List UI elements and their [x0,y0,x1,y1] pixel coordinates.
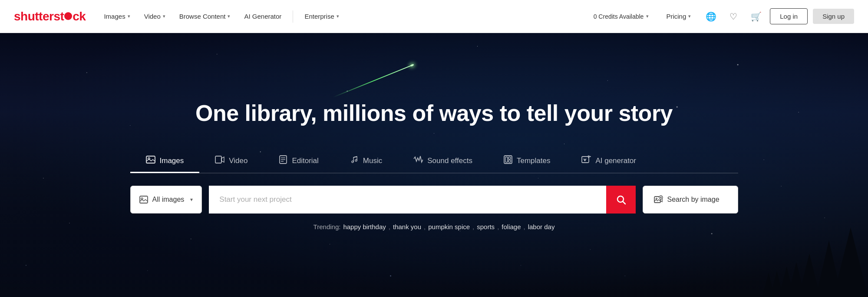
trending-item-4[interactable]: foliage [502,223,521,230]
chevron-down-icon: ▾ [337,13,339,19]
nav-label-enterprise: Enterprise [304,13,334,20]
svg-rect-10 [508,157,511,159]
chevron-down-icon: ▾ [688,13,691,19]
trending-section: Trending: happy birthday , thank you , p… [314,223,555,230]
trending-separator: , [424,223,426,230]
nav-item-enterprise[interactable]: Enterprise ▾ [298,9,345,23]
nav-item-ai-generator[interactable]: AI Generator [238,9,287,23]
credits-button[interactable]: 0 Credits Available ▾ [587,10,655,23]
hero-title: One library, millions of ways to tell yo… [195,100,673,127]
tab-images-label: Images [160,157,184,165]
language-button[interactable]: 🌐 [702,8,719,25]
templates-tab-icon [504,155,512,166]
chevron-down-icon: ▾ [163,13,165,19]
cart-button[interactable]: 🛒 [747,8,765,25]
primary-nav: Images ▾ Video ▾ Browse Content ▾ AI Gen… [98,9,587,23]
music-tab-icon [350,155,359,166]
chevron-down-icon: ▾ [646,13,649,19]
search-bar: All images ▾ [130,186,738,214]
tab-editorial-label: Editorial [292,157,318,165]
nav-divider [293,10,293,23]
trending-label: Trending: [314,223,341,230]
nav-right: 0 Credits Available ▾ Pricing ▾ 🌐 ♡ 🛒 Lo… [587,8,854,25]
search-input-group [209,186,635,214]
trending-item-3[interactable]: sports [477,223,495,230]
nav-item-browse-content[interactable]: Browse Content ▾ [173,9,237,23]
heart-icon: ♡ [729,11,737,22]
chevron-down-icon: ▾ [128,13,130,19]
search-submit-button[interactable] [606,186,636,214]
search-by-image-button[interactable]: Search by image [643,186,738,214]
tab-video[interactable]: Video [199,150,263,173]
tab-editorial[interactable]: Editorial [263,149,334,174]
sound-effects-tab-icon [413,155,423,166]
pricing-label: Pricing [666,13,686,20]
cart-icon: 🛒 [751,11,762,22]
svg-point-19 [656,198,657,200]
ai-generator-tab-icon [581,155,591,166]
hero-section: One library, millions of ways to tell yo… [0,33,868,297]
video-tab-icon [215,156,224,166]
tab-ai-generator[interactable]: AI generator [566,149,652,174]
svg-line-17 [623,202,625,204]
favorites-button[interactable]: ♡ [725,8,742,25]
navbar: shutterstck Images ▾ Video ▾ Browse Cont… [0,0,868,33]
svg-rect-14 [140,196,148,203]
nav-item-video[interactable]: Video ▾ [138,9,172,23]
nav-label-images: Images [104,13,125,20]
trending-item-5[interactable]: labor day [528,223,555,230]
trending-separator: , [497,223,499,230]
trending-item-0[interactable]: happy birthday [343,223,386,230]
login-button[interactable]: Log in [770,8,808,24]
tab-templates[interactable]: Templates [488,149,566,174]
tab-video-label: Video [229,157,248,165]
search-input[interactable] [209,186,606,214]
globe-icon: 🌐 [706,11,716,22]
nav-label-video: Video [144,13,161,20]
chevron-down-icon: ▾ [190,197,193,203]
nav-item-images[interactable]: Images ▾ [98,9,136,23]
trending-separator: , [389,223,390,230]
logo[interactable]: shutterstck [14,10,86,23]
nav-label-browse-content: Browse Content [179,13,226,20]
nav-item-pricing[interactable]: Pricing ▾ [660,9,697,23]
svg-rect-2 [215,156,221,163]
signup-button[interactable]: Sign up [813,9,854,24]
trending-item-1[interactable]: thank you [393,223,421,230]
tab-images[interactable]: Images [130,150,200,173]
tab-music[interactable]: Music [334,149,398,174]
logo-text: shutterstck [14,10,86,23]
editorial-tab-icon [279,155,287,166]
chevron-down-icon: ▾ [228,13,230,19]
tab-ai-generator-label: AI generator [595,157,636,165]
credits-label: 0 Credits Available [594,13,644,20]
nav-label-ai-generator: AI Generator [244,13,281,20]
content-tabs: Images Video [130,149,738,174]
tab-music-label: Music [363,157,382,165]
tab-templates-label: Templates [517,157,550,165]
tab-sound-effects[interactable]: Sound effects [398,149,488,174]
tab-sound-effects-label: Sound effects [427,157,472,165]
svg-rect-9 [505,157,508,162]
trending-separator: , [472,223,474,230]
trending-separator: , [524,223,525,230]
svg-line-7 [353,157,357,157]
svg-rect-0 [146,156,155,163]
search-type-button[interactable]: All images ▾ [130,186,202,214]
svg-rect-11 [508,160,511,162]
hero-content: One library, millions of ways to tell yo… [0,100,868,230]
search-by-image-label: Search by image [667,196,719,204]
images-tab-icon [146,156,155,166]
trending-item-2[interactable]: pumpkin spice [428,223,470,230]
search-type-label: All images [152,196,185,204]
